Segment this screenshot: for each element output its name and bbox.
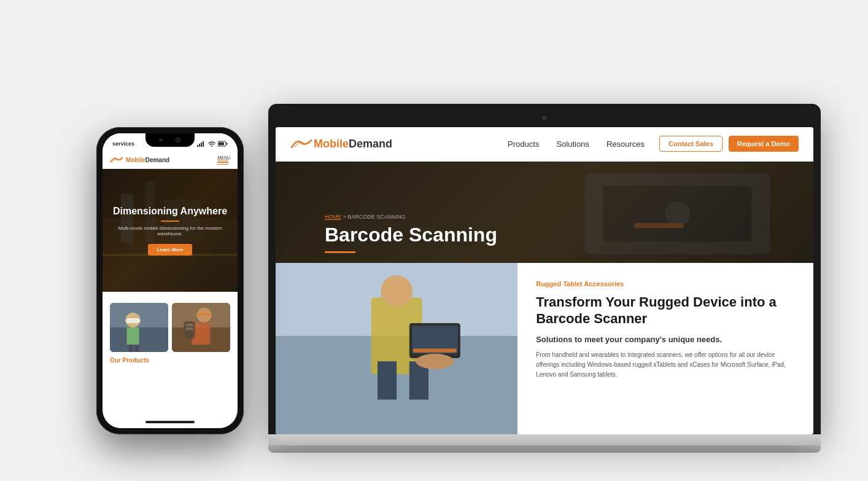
nav-links: Products Solutions Resources <box>508 139 645 149</box>
phone-screen: services <box>103 133 238 428</box>
phone-body: services <box>96 127 244 434</box>
svg-rect-15 <box>197 145 198 147</box>
svg-point-14 <box>416 353 454 369</box>
phone-front-camera <box>159 138 163 142</box>
svg-rect-13 <box>413 348 457 352</box>
phone-learn-more-button[interactable]: Learn More <box>148 244 192 256</box>
phone-product-card-1[interactable] <box>110 303 168 352</box>
svg-rect-35 <box>135 345 139 352</box>
nav-link-solutions[interactable]: Solutions <box>556 139 589 149</box>
hero-underline-decoration <box>325 251 355 253</box>
svg-rect-17 <box>201 143 202 147</box>
phone: services <box>96 127 244 434</box>
svg-point-8 <box>381 275 413 307</box>
category-label: Rugged Tablet Accessories <box>536 280 795 287</box>
phone-hero-subtitle: Multi-mode mobile dimensioning for the m… <box>112 225 228 237</box>
phone-logo-text: MobileDemand <box>126 157 169 163</box>
phone-speaker <box>175 137 181 143</box>
signal-icon <box>197 141 206 147</box>
phone-logo-container: MobileDemand <box>110 156 169 163</box>
phone-card-2-svg <box>172 303 230 352</box>
page-title: Barcode Scanning <box>325 224 764 246</box>
phone-card-image-2 <box>172 303 230 352</box>
svg-rect-32 <box>126 318 141 323</box>
battery-icon <box>218 141 228 147</box>
laptop-camera <box>542 115 547 120</box>
svg-rect-18 <box>203 141 204 147</box>
content-section: Rugged Tablet Accessories Transform Your… <box>276 263 813 434</box>
navbar: MobileDemand Products Solutions Resource… <box>276 127 813 162</box>
phone-our-products-label[interactable]: Our Products <box>110 357 230 364</box>
laptop-body: MobileDemand Products Solutions Resource… <box>268 104 821 434</box>
svg-rect-16 <box>199 144 200 147</box>
svg-rect-33 <box>127 327 139 345</box>
nav-link-products[interactable]: Products <box>508 139 539 149</box>
phone-service-label: services <box>112 141 134 147</box>
phone-menu-label: MENU <box>217 155 230 160</box>
laptop-camera-bar <box>276 111 813 125</box>
phone-status-icons <box>197 141 228 147</box>
phone-logo-arc-icon <box>110 156 123 163</box>
phone-menu-icon[interactable] <box>217 160 230 165</box>
svg-rect-41 <box>186 324 193 326</box>
laptop-foot <box>268 445 821 453</box>
content-subtitle: Solutions to meet your company's unique … <box>536 335 795 344</box>
nav-logo: MobileDemand <box>290 138 392 151</box>
content-image-svg <box>276 263 517 434</box>
svg-rect-34 <box>129 345 133 352</box>
phone-product-card-2[interactable] <box>172 303 230 352</box>
phone-menu-container[interactable]: MENU <box>217 155 230 165</box>
content-body: From handheld and wearables to integrate… <box>536 350 795 380</box>
logo-arc-icon <box>290 138 312 150</box>
breadcrumb: HOME > BARCODE SCANNING <box>325 214 764 220</box>
svg-point-19 <box>211 146 212 147</box>
phone-products-grid <box>110 303 230 352</box>
phone-hero-underline <box>161 221 179 222</box>
laptop-screen: MobileDemand Products Solutions Resource… <box>276 127 813 434</box>
product-image <box>276 263 517 434</box>
logo-text: MobileDemand <box>314 138 392 151</box>
phone-card-image-1 <box>110 303 168 352</box>
svg-rect-9 <box>378 361 397 399</box>
website: MobileDemand Products Solutions Resource… <box>276 127 813 434</box>
phone-card-1-svg <box>110 303 168 352</box>
laptop: MobileDemand Products Solutions Resource… <box>268 104 821 453</box>
phone-hero: Dimensioning Anywhere Multi-mode mobile … <box>103 169 238 292</box>
hero-section: HOME > BARCODE SCANNING Barcode Scanning <box>276 162 813 263</box>
request-demo-button[interactable]: Request a Demo <box>729 136 799 152</box>
nav-link-resources[interactable]: Resources <box>606 139 645 149</box>
phone-products-section: Our Products <box>103 292 238 370</box>
phone-home-indicator <box>145 421 195 423</box>
svg-rect-42 <box>186 327 193 330</box>
nav-buttons: Contact Sales Request a Demo <box>659 136 799 152</box>
svg-rect-22 <box>219 142 224 145</box>
phone-notch <box>145 133 195 147</box>
scene: MobileDemand Products Solutions Resource… <box>35 10 833 471</box>
svg-rect-21 <box>227 143 228 144</box>
hero-content: HOME > BARCODE SCANNING Barcode Scanning <box>325 214 764 253</box>
contact-sales-button[interactable]: Contact Sales <box>659 136 723 152</box>
content-title: Transform Your Rugged Device into a Barc… <box>536 294 795 327</box>
wifi-icon <box>208 141 215 147</box>
phone-hero-title: Dimensioning Anywhere <box>112 205 228 217</box>
content-text: Rugged Tablet Accessories Transform Your… <box>517 263 813 434</box>
content-image-background <box>276 263 517 434</box>
phone-hero-content: Dimensioning Anywhere Multi-mode mobile … <box>112 205 228 256</box>
phone-navbar: MobileDemand MENU <box>103 152 238 170</box>
laptop-base <box>268 434 821 445</box>
